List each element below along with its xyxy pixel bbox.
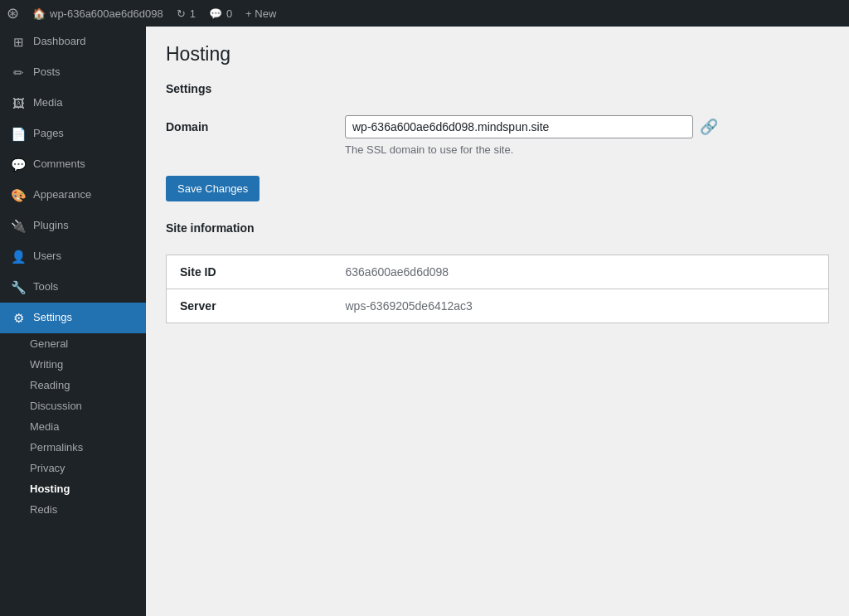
sidebar-item-media[interactable]: 🖼 Media (0, 88, 146, 119)
tools-icon: 🔧 (10, 279, 27, 296)
comments-icon: 💬 (209, 7, 222, 20)
sidebar-item-plugins[interactable]: 🔌 Plugins (0, 211, 146, 241)
sidebar-item-pages[interactable]: 📄 Pages (0, 119, 146, 149)
domain-input[interactable] (345, 115, 693, 138)
submenu-general[interactable]: General (0, 333, 146, 354)
settings-section-title: Settings (166, 82, 829, 102)
domain-field: 🔗 The SSL domain to use for the site. (345, 115, 829, 156)
home-icon: 🏠 (32, 7, 46, 20)
new-content-button[interactable]: + New (245, 7, 276, 20)
table-row: Site ID 636a600ae6d6d098 (167, 255, 829, 289)
site-id-label: Site ID (167, 255, 332, 289)
external-link-icon[interactable]: 🔗 (700, 118, 718, 136)
save-changes-button[interactable]: Save Changes (166, 176, 260, 201)
appearance-icon: 🎨 (10, 187, 27, 204)
sidebar-item-appearance[interactable]: 🎨 Appearance (0, 180, 146, 211)
submenu-writing[interactable]: Writing (0, 354, 146, 375)
dashboard-icon: ⊞ (10, 33, 27, 51)
users-icon: 👤 (10, 248, 27, 265)
submenu-media[interactable]: Media (0, 416, 146, 437)
site-info-table: Site ID 636a600ae6d6d098 Server wps-6369… (166, 255, 829, 323)
table-row: Server wps-6369205de6412ac3 (167, 289, 829, 323)
comments-button[interactable]: 💬 0 (209, 7, 232, 20)
updates-button[interactable]: ↻ 1 (177, 7, 196, 20)
sidebar-item-comments[interactable]: 💬 Comments (0, 149, 146, 180)
plugins-icon: 🔌 (10, 217, 27, 235)
sidebar-item-dashboard[interactable]: ⊞ Dashboard (0, 27, 146, 57)
site-name[interactable]: 🏠 wp-636a600ae6d6d098 (32, 7, 163, 20)
settings-icon: ⚙ (10, 309, 27, 327)
sidebar-item-settings[interactable]: ⚙ Settings (0, 303, 146, 333)
submenu-redis[interactable]: Redis (0, 499, 146, 520)
submenu-privacy[interactable]: Privacy (0, 458, 146, 478)
server-value: wps-6369205de6412ac3 (332, 289, 829, 323)
submenu-permalinks[interactable]: Permalinks (0, 437, 146, 458)
submenu-reading[interactable]: Reading (0, 375, 146, 395)
site-info-section-title: Site information (166, 221, 829, 241)
topbar: ⊛ 🏠 wp-636a600ae6d6d098 ↻ 1 💬 0 + New (0, 0, 849, 27)
settings-submenu: General Writing Reading Discussion Media… (0, 333, 146, 520)
media-icon: 🖼 (10, 95, 27, 112)
submenu-hosting[interactable]: Hosting (0, 478, 146, 499)
site-id-value: 636a600ae6d6d098 (332, 255, 829, 289)
domain-label: Domain (166, 115, 332, 133)
page-title: Hosting (166, 43, 829, 65)
posts-icon: ✏ (10, 64, 27, 81)
wp-logo-icon[interactable]: ⊛ (7, 4, 19, 22)
updates-icon: ↻ (177, 7, 186, 20)
sidebar-item-users[interactable]: 👤 Users (0, 241, 146, 272)
sidebar-item-tools[interactable]: 🔧 Tools (0, 272, 146, 303)
comments-menu-icon: 💬 (10, 156, 27, 173)
sidebar-item-posts[interactable]: ✏ Posts (0, 57, 146, 88)
submenu-discussion[interactable]: Discussion (0, 395, 146, 416)
pages-icon: 📄 (10, 125, 27, 143)
domain-description: The SSL domain to use for the site. (345, 143, 829, 156)
server-label: Server (167, 289, 332, 323)
sidebar: ⊞ Dashboard ✏ Posts 🖼 Media 📄 Pages 💬 Co… (0, 27, 146, 616)
domain-row: Domain 🔗 The SSL domain to use for the s… (166, 115, 829, 156)
main-content: Hosting Settings Domain 🔗 The SSL domain… (146, 27, 849, 616)
